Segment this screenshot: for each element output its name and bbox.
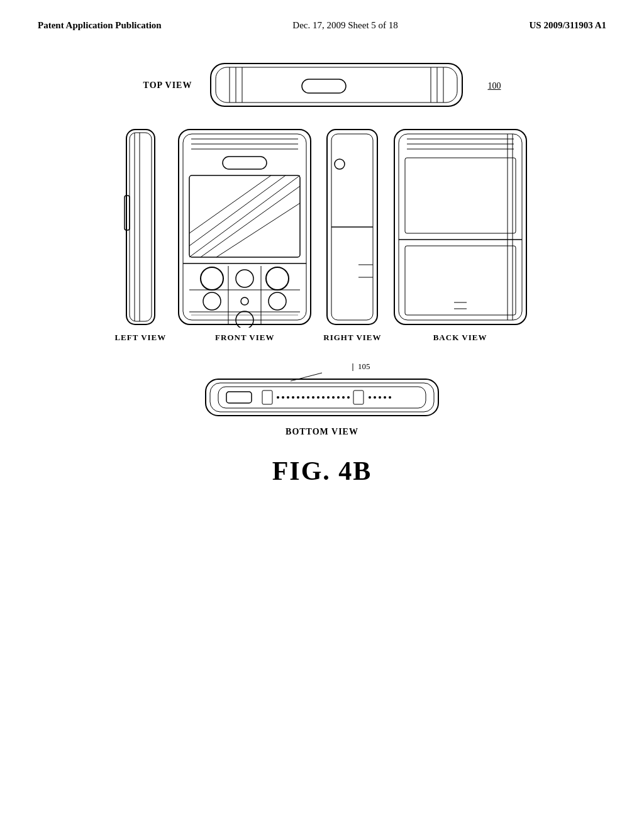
svg-point-30 xyxy=(203,292,221,310)
header-right-text: US 2009/311903 A1 xyxy=(529,19,606,32)
page-header: Patent Application Publication Dec. 17, … xyxy=(0,0,644,38)
svg-point-66 xyxy=(287,396,289,399)
back-view-diagram xyxy=(391,126,530,328)
svg-rect-19 xyxy=(223,157,267,169)
figure-label: FIG. 4B xyxy=(272,456,372,486)
front-view-col: FRONT VIEW xyxy=(175,126,314,343)
svg-rect-15 xyxy=(183,134,306,320)
right-view-col: RIGHT VIEW xyxy=(323,126,381,343)
svg-point-70 xyxy=(307,396,309,399)
svg-point-77 xyxy=(342,396,345,399)
svg-point-31 xyxy=(241,297,248,305)
svg-point-81 xyxy=(374,396,376,399)
front-view-label: FRONT VIEW xyxy=(215,333,274,343)
svg-rect-52 xyxy=(405,246,516,315)
svg-rect-9 xyxy=(126,130,155,324)
bottom-view-row: 105 xyxy=(203,362,441,437)
main-content: TOP VIEW 100 xyxy=(0,38,644,486)
ref-105-label: 105 xyxy=(350,362,370,372)
svg-point-32 xyxy=(269,292,286,310)
svg-rect-79 xyxy=(353,390,364,404)
svg-rect-0 xyxy=(211,64,462,106)
svg-point-68 xyxy=(297,396,299,399)
svg-rect-8 xyxy=(302,79,346,93)
svg-point-33 xyxy=(236,311,253,328)
back-view-label: BACK VIEW xyxy=(433,333,487,343)
header-center-text: Dec. 17, 2009 Sheet 5 of 18 xyxy=(292,19,397,32)
svg-point-67 xyxy=(292,396,294,399)
left-view-diagram xyxy=(123,126,158,328)
svg-point-80 xyxy=(369,396,371,399)
right-view-label: RIGHT VIEW xyxy=(323,333,381,343)
bottom-ref-row: 105 xyxy=(274,362,370,372)
svg-line-25 xyxy=(216,203,300,257)
left-view-label: LEFT VIEW xyxy=(114,333,166,343)
top-view-label: TOP VIEW xyxy=(143,80,192,91)
diagram-area: TOP VIEW 100 xyxy=(39,57,605,486)
svg-point-73 xyxy=(322,396,325,399)
middle-row: LEFT VIEW xyxy=(114,126,529,343)
svg-rect-63 xyxy=(262,390,272,404)
right-view-diagram xyxy=(324,126,380,328)
left-view-col: LEFT VIEW xyxy=(114,126,166,343)
svg-point-76 xyxy=(337,396,340,399)
svg-point-27 xyxy=(201,267,223,290)
svg-point-71 xyxy=(312,396,314,399)
back-view-col: BACK VIEW xyxy=(391,126,530,343)
svg-line-22 xyxy=(189,175,286,246)
svg-rect-45 xyxy=(394,130,526,324)
svg-point-28 xyxy=(236,270,253,287)
svg-rect-62 xyxy=(226,392,252,403)
bottom-view-diagram xyxy=(203,372,441,422)
top-view-diagram xyxy=(204,57,469,114)
svg-point-72 xyxy=(317,396,319,399)
svg-point-84 xyxy=(389,396,391,399)
bottom-view-label: BOTTOM VIEW xyxy=(286,427,358,437)
svg-point-41 xyxy=(335,159,345,169)
svg-point-75 xyxy=(332,396,335,399)
svg-rect-1 xyxy=(216,67,457,102)
svg-point-29 xyxy=(266,267,289,290)
svg-point-69 xyxy=(302,396,304,399)
svg-line-58 xyxy=(291,373,322,381)
top-view-row: TOP VIEW 100 xyxy=(143,57,501,114)
svg-point-74 xyxy=(327,396,330,399)
svg-line-21 xyxy=(189,175,300,257)
svg-rect-50 xyxy=(405,158,516,233)
svg-point-78 xyxy=(347,396,350,399)
svg-rect-10 xyxy=(130,133,152,321)
svg-point-82 xyxy=(379,396,381,399)
ref-100-container: 100 xyxy=(487,80,501,91)
svg-rect-46 xyxy=(399,134,522,320)
svg-point-83 xyxy=(384,396,386,399)
svg-line-24 xyxy=(189,175,271,233)
svg-line-23 xyxy=(201,186,300,257)
svg-point-64 xyxy=(277,396,279,399)
front-view-diagram xyxy=(175,126,314,328)
ref-100: 100 xyxy=(487,81,501,91)
svg-point-65 xyxy=(282,396,284,399)
header-left-text: Patent Application Publication xyxy=(38,19,162,32)
